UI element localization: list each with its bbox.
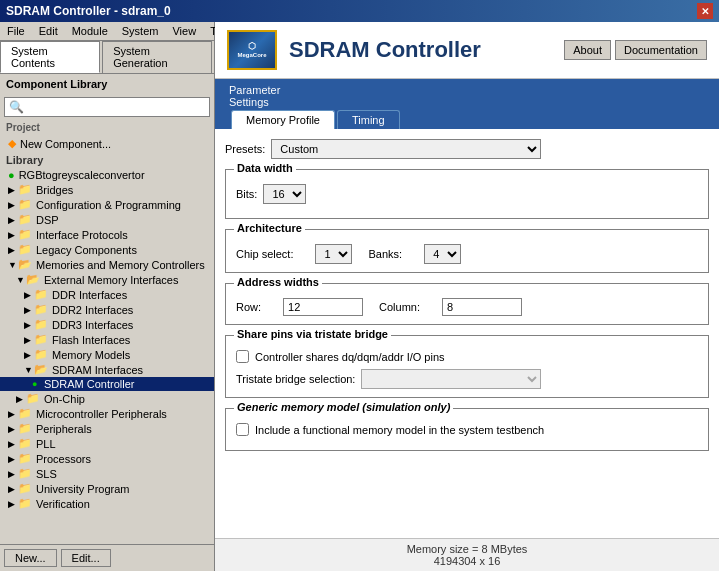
search-box[interactable]: 🔍 xyxy=(4,97,210,117)
tree-item-label: Interface Protocols xyxy=(34,229,128,241)
tree-item-on-chip[interactable]: ▶ 📁 On-Chip xyxy=(0,391,214,406)
tree-item-label: RGBtogreyscaleconvertor xyxy=(17,169,145,181)
project-label: Project xyxy=(0,120,214,135)
tree-item-label: Peripherals xyxy=(34,423,92,435)
new-component-row[interactable]: ◆ New Component... xyxy=(0,135,214,152)
tree-item-ddr2[interactable]: ▶ 📁 DDR2 Interfaces xyxy=(0,302,214,317)
tree-item-mem-models[interactable]: ▶ 📁 Memory Models xyxy=(0,347,214,362)
title-bar: SDRAM Controller - sdram_0 ✕ xyxy=(0,0,719,22)
tab-system-contents[interactable]: System Contents xyxy=(0,41,100,73)
tristate-row: Tristate bridge selection: xyxy=(236,369,698,389)
sdram-title: SDRAM Controller xyxy=(289,37,564,63)
tab-system-generation[interactable]: System Generation xyxy=(102,41,212,73)
expand-icon-univ: ▶ xyxy=(8,484,18,494)
tree-item-ddr3[interactable]: ▶ 📁 DDR3 Interfaces xyxy=(0,317,214,332)
bits-select[interactable]: 8 16 32 xyxy=(263,184,306,204)
tree-item-micro[interactable]: ▶ 📁 Microcontroller Peripherals xyxy=(0,406,214,421)
tree-item-label: Memories and Memory Controllers xyxy=(34,259,205,271)
tree-item-dsp[interactable]: ▶ 📁 DSP xyxy=(0,212,214,227)
tree-item-label: SDRAM Controller xyxy=(42,378,134,390)
right-panel: ⬡ MegaCore SDRAM Controller About Docume… xyxy=(215,22,719,571)
tree-item-sdram-controller[interactable]: ● SDRAM Controller xyxy=(0,377,214,391)
row-input[interactable] xyxy=(283,298,363,316)
folder-icon: 📁 xyxy=(34,318,48,331)
expand-icon-mem-models: ▶ xyxy=(24,350,34,360)
tab-timing[interactable]: Timing xyxy=(337,110,400,129)
folder-icon: 📁 xyxy=(18,452,32,465)
expand-icon-ddr3: ▶ xyxy=(24,320,34,330)
tab-memory-profile[interactable]: Memory Profile xyxy=(231,110,335,129)
tree-item-label: Microcontroller Peripherals xyxy=(34,408,167,420)
tree-item-ext-mem[interactable]: ▼ 📂 External Memory Interfaces xyxy=(0,272,214,287)
data-width-title: Data width xyxy=(234,162,296,174)
edit-button[interactable]: Edit... xyxy=(61,549,111,567)
tree-item-legacy[interactable]: ▶ 📁 Legacy Components xyxy=(0,242,214,257)
tree-item-ddr[interactable]: ▶ 📁 DDR Interfaces xyxy=(0,287,214,302)
tree-item-verification[interactable]: ▶ 📁 Verification xyxy=(0,496,214,511)
about-button[interactable]: About xyxy=(564,40,611,60)
tree-item-config[interactable]: ▶ 📁 Configuration & Programming xyxy=(0,197,214,212)
tree-item-peripherals[interactable]: ▶ 📁 Peripherals xyxy=(0,421,214,436)
menu-file[interactable]: File xyxy=(4,24,28,38)
chip-select-select[interactable]: 1 2 4 xyxy=(315,244,352,264)
footer: Memory size = 8 MBytes 4194304 x 16 xyxy=(215,538,719,571)
folder-icon: 📁 xyxy=(34,303,48,316)
tree-item-pll[interactable]: ▶ 📁 PLL xyxy=(0,436,214,451)
presets-select[interactable]: Custom xyxy=(271,139,541,159)
banks-select[interactable]: 2 4 xyxy=(424,244,461,264)
expand-icon-sdram-ctrl: ● xyxy=(32,379,42,389)
folder-icon: 📁 xyxy=(18,183,32,196)
window-title: SDRAM Controller - sdram_0 xyxy=(6,4,171,18)
tree-container: Project ◆ New Component... Library ● RGB… xyxy=(0,120,214,544)
generic-memory-title: Generic memory model (simulation only) xyxy=(234,401,453,413)
folder-icon: 📁 xyxy=(18,497,32,510)
generic-memory-checkbox[interactable] xyxy=(236,423,249,436)
tree-item-label: DSP xyxy=(34,214,59,226)
tree-item-flash[interactable]: ▶ 📁 Flash Interfaces xyxy=(0,332,214,347)
param-nav: Parameter Settings Memory Profile Timing xyxy=(215,79,719,129)
tree-item-rgb[interactable]: ● RGBtogreyscaleconvertor xyxy=(0,168,214,182)
folder-icon: 📂 xyxy=(18,258,32,271)
expand-icon-ddr: ▶ xyxy=(24,290,34,300)
tree-item-memories[interactable]: ▼ 📂 Memories and Memory Controllers xyxy=(0,257,214,272)
column-input[interactable] xyxy=(442,298,522,316)
search-input[interactable] xyxy=(24,101,205,113)
data-width-section: Data width Bits: 8 16 32 xyxy=(225,169,709,219)
presets-label: Presets: xyxy=(225,143,265,155)
search-icon: 🔍 xyxy=(9,100,24,114)
param-tabs: Memory Profile Timing xyxy=(223,110,719,129)
expand-icon-flash: ▶ xyxy=(24,335,34,345)
tristate-select[interactable] xyxy=(361,369,541,389)
tree-item-processors[interactable]: ▶ 📁 Processors xyxy=(0,451,214,466)
tree-item-sls[interactable]: ▶ 📁 SLS xyxy=(0,466,214,481)
menu-system[interactable]: System xyxy=(119,24,162,38)
tree-item-interface[interactable]: ▶ 📁 Interface Protocols xyxy=(0,227,214,242)
share-pins-checkbox[interactable] xyxy=(236,350,249,363)
menu-edit[interactable]: Edit xyxy=(36,24,61,38)
tree-item-label: Verification xyxy=(34,498,90,510)
expand-icon-pll: ▶ xyxy=(8,439,18,449)
tree-item-sdram-ifaces[interactable]: ▼ 📂 SDRAM Interfaces xyxy=(0,362,214,377)
folder-icon: 📁 xyxy=(18,213,32,226)
folder-icon: 📁 xyxy=(18,407,32,420)
tree-item-label: Flash Interfaces xyxy=(50,334,130,346)
documentation-button[interactable]: Documentation xyxy=(615,40,707,60)
expand-icon-bridges: ▶ xyxy=(8,185,18,195)
menu-view[interactable]: View xyxy=(169,24,199,38)
menu-bar: File Edit Module System View Tools He xyxy=(0,22,214,41)
tree-item-univ[interactable]: ▶ 📁 University Program xyxy=(0,481,214,496)
new-button[interactable]: New... xyxy=(4,549,57,567)
expand-icon-interface: ▶ xyxy=(8,230,18,240)
close-button[interactable]: ✕ xyxy=(697,3,713,19)
menu-module[interactable]: Module xyxy=(69,24,111,38)
architecture-section: Architecture Chip select: 1 2 4 Banks: 2… xyxy=(225,229,709,273)
tree-item-label: Legacy Components xyxy=(34,244,137,256)
bottom-buttons: New... Edit... xyxy=(0,544,214,571)
footer-line2: 4194304 x 16 xyxy=(223,555,711,567)
expand-icon-peripherals: ▶ xyxy=(8,424,18,434)
expand-icon-config: ▶ xyxy=(8,200,18,210)
tree-item-bridges[interactable]: ▶ 📁 Bridges xyxy=(0,182,214,197)
address-widths-section: Address widths Row: Column: xyxy=(225,283,709,325)
expand-icon-processors: ▶ xyxy=(8,454,18,464)
generic-memory-checkbox-label: Include a functional memory model in the… xyxy=(255,424,544,436)
